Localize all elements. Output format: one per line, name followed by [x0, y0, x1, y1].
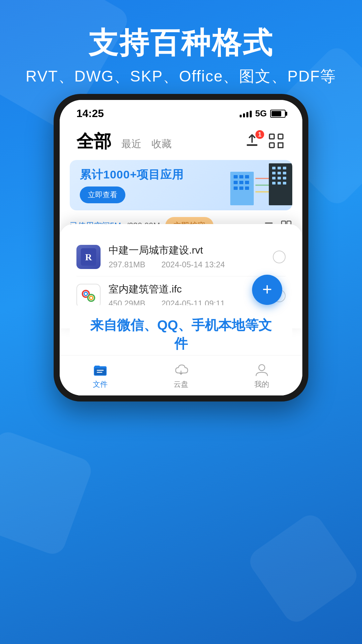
file-info-rvt: 中建一局城市建设.rvt 297.81MB 2024-05-14 13:24	[109, 244, 273, 270]
svg-point-47	[84, 292, 87, 296]
svg-rect-17	[245, 186, 249, 190]
files-icon	[93, 363, 107, 376]
svg-rect-26	[278, 177, 281, 179]
file-name-rvt: 中建一局城市建设.rvt	[109, 244, 273, 257]
svg-rect-23	[278, 172, 281, 174]
file-item-rvt[interactable]: R 中建一局城市建设.rvt 297.81MB 2024-05-14 13:24	[76, 237, 286, 276]
svg-rect-27	[283, 177, 286, 179]
svg-rect-14	[245, 181, 249, 184]
svg-rect-12	[234, 181, 238, 184]
svg-text:R: R	[85, 252, 92, 262]
svg-point-49	[89, 296, 93, 300]
nav-label-profile: 我的	[254, 379, 269, 389]
signal-bar-3	[246, 112, 248, 117]
status-right: 5G	[240, 108, 286, 119]
svg-rect-30	[283, 182, 286, 184]
nav-icon-files	[92, 362, 109, 377]
svg-rect-19	[272, 167, 276, 169]
svg-rect-11	[245, 175, 249, 178]
signal-bar-4	[250, 111, 252, 117]
tab-actions: 1	[244, 133, 286, 150]
svg-rect-2	[278, 134, 283, 139]
svg-rect-28	[272, 182, 276, 184]
tab-favorites[interactable]: 收藏	[152, 137, 172, 151]
fab-icon: +	[262, 281, 272, 298]
tab-bar: 全部 最近 收藏 1	[60, 123, 302, 157]
svg-point-59	[259, 365, 265, 371]
file-icon-ifc	[76, 284, 101, 308]
svg-rect-24	[283, 172, 286, 174]
svg-rect-15	[234, 186, 238, 190]
nav-label-cloud: 云盘	[174, 379, 188, 389]
bottom-caption: 来自微信、QQ、手机本地等文件	[70, 305, 292, 364]
svg-rect-21	[283, 167, 286, 169]
tab-all[interactable]: 全部	[76, 130, 111, 153]
svg-rect-56	[95, 368, 106, 375]
bottom-nav: 文件 云盘	[60, 355, 302, 395]
signal-bar-2	[243, 113, 245, 117]
upload-button[interactable]: 1	[244, 133, 261, 150]
header-section: 支持百种格式 RVT、DWG、SKP、Office、图文、PDF等	[0, 0, 362, 87]
profile-icon	[255, 363, 269, 376]
tab-recent[interactable]: 最近	[121, 137, 141, 151]
nav-item-cloud[interactable]: 云盘	[172, 362, 190, 389]
tab-group: 全部 最近 收藏	[76, 130, 172, 153]
sub-title: RVT、DWG、SKP、Office、图文、PDF等	[0, 66, 362, 87]
svg-rect-0	[247, 144, 257, 146]
file-icon-rvt: R	[76, 245, 101, 269]
phone-mockup: 14:25 5G	[54, 94, 308, 401]
main-title: 支持百种格式	[0, 27, 362, 59]
svg-rect-25	[272, 177, 276, 179]
bg-decoration-3	[0, 429, 95, 558]
nav-item-profile[interactable]: 我的	[253, 362, 270, 389]
file-meta-rvt: 297.81MB 2024-05-14 13:24	[109, 259, 273, 270]
phone-inner: 14:25 5G	[60, 100, 302, 395]
building-svg	[229, 162, 292, 205]
status-5g: 5G	[255, 108, 267, 119]
svg-rect-9	[234, 175, 238, 178]
nav-label-files: 文件	[93, 379, 108, 389]
svg-rect-10	[239, 175, 243, 178]
building-illustration	[229, 162, 289, 202]
svg-rect-3	[269, 143, 274, 148]
svg-rect-22	[272, 172, 276, 174]
battery-icon	[270, 110, 286, 118]
svg-rect-29	[278, 182, 281, 184]
scan-icon	[268, 133, 284, 149]
nav-item-files[interactable]: 文件	[92, 362, 109, 389]
banner[interactable]: 累计1000+项目应用 立即查看	[70, 160, 292, 210]
ifc-svg	[79, 286, 98, 305]
upload-badge: 1	[255, 130, 264, 139]
battery-fill	[272, 111, 281, 116]
banner-button[interactable]: 立即查看	[80, 186, 125, 203]
nav-icon-profile	[253, 362, 270, 377]
rvt-svg: R	[80, 248, 97, 266]
svg-rect-55	[95, 366, 100, 368]
svg-rect-20	[278, 167, 281, 169]
bg-decoration-4	[245, 510, 362, 627]
signal-bars	[240, 110, 252, 117]
svg-point-48	[88, 294, 95, 301]
caption-text: 来自微信、QQ、手机本地等文件	[86, 316, 276, 353]
file-name-ifc: 室内建筑管道.ifc	[109, 282, 273, 296]
svg-rect-1	[269, 134, 274, 139]
banner-left: 累计1000+项目应用 立即查看	[80, 167, 184, 203]
status-bar: 14:25 5G	[60, 100, 302, 123]
svg-rect-16	[239, 186, 243, 190]
fab-button[interactable]: +	[252, 275, 282, 305]
signal-bar-1	[240, 115, 242, 117]
banner-title: 累计1000+项目应用	[80, 167, 184, 182]
status-time: 14:25	[76, 107, 104, 120]
phone-outer: 14:25 5G	[54, 94, 308, 401]
file-select-rvt[interactable]	[273, 251, 286, 263]
scan-button[interactable]	[268, 133, 286, 150]
nav-icon-cloud	[172, 362, 190, 377]
cloud-icon	[173, 363, 189, 376]
svg-rect-13	[239, 181, 243, 184]
